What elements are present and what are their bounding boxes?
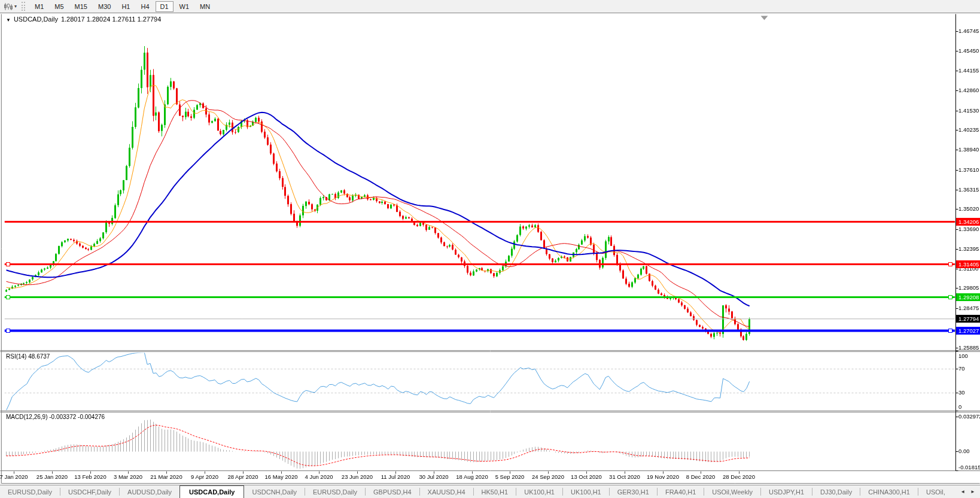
- rsi-axis-tick: 30: [958, 389, 965, 396]
- date-axis-label: 25 Jan 2020: [36, 473, 68, 480]
- mt4-window: { "icons": { "dropdown_caret": "▾", "sym…: [0, 0, 980, 498]
- date-axis-label: 28 Dec 2020: [723, 473, 755, 480]
- date-axis-label: 21 Mar 2020: [150, 473, 182, 480]
- timeframe-button-mn[interactable]: MN: [195, 1, 215, 12]
- price-axis-tick: 1.37610: [958, 166, 979, 173]
- date-axis-label: 23 Jun 2020: [342, 473, 373, 480]
- price-axis-tick: 1.38940: [958, 146, 979, 153]
- price-axis-tick: 1.45450: [958, 47, 979, 54]
- price-axis-tick: 1.33690: [958, 226, 979, 232]
- current-price-label: 1.27794: [956, 315, 980, 323]
- tab-usdchf-daily[interactable]: USDCHF,Daily: [60, 485, 119, 498]
- tab-xauusd-h4[interactable]: XAUUSD,H4: [420, 485, 473, 498]
- chart-tabbar: EURUSD,DailyUSDCHF,DailyAUDUSD,DailyUSDC…: [0, 485, 980, 498]
- macd-axis-tick: -0.018157: [958, 464, 980, 470]
- price-axis-tick: 1.28475: [958, 305, 979, 311]
- price-axis-tick: 1.35020: [958, 205, 979, 212]
- price-axis[interactable]: 1.467451.454501.441551.428601.415301.402…: [955, 0, 980, 485]
- timeframe-button-m15[interactable]: M15: [70, 1, 92, 12]
- date-axis-label: 19 Nov 2020: [647, 473, 679, 480]
- toolbar: ▾ M1M5M15M30H1H4D1W1MN: [0, 0, 980, 13]
- tab-eurusd-daily[interactable]: EURUSD,Daily: [305, 485, 365, 498]
- symbol-period-label: USDCAD,Daily: [14, 16, 58, 23]
- tab-china300-h1[interactable]: CHINA300,H1: [860, 485, 918, 498]
- date-axis-label: 24 Sep 2020: [532, 473, 564, 480]
- price-axis-tick: 1.44155: [958, 67, 979, 74]
- tab-usdcnh-daily[interactable]: USDCNH,Daily: [244, 485, 305, 498]
- macd-indicator-label: MACD(12,26,9) -0.003372 -0.004276: [6, 414, 105, 420]
- date-axis-label: 9 Apr 2020: [191, 473, 218, 480]
- timeframe-button-w1[interactable]: W1: [175, 1, 194, 12]
- tab-usoil[interactable]: USOil,: [918, 485, 953, 498]
- tab-fra40-h1[interactable]: FRA40,H1: [658, 485, 704, 498]
- macd-axis-tick: 0.00: [958, 448, 970, 454]
- rsi-axis-tick: 70: [958, 365, 965, 372]
- tab-scroll-right-icon[interactable]: ►: [970, 489, 975, 494]
- tab-dj30-daily[interactable]: DJ30,Daily: [812, 485, 860, 498]
- ohlc-values: 1.28017 1.28024 1.27611 1.27794: [61, 16, 161, 23]
- price-axis-tick: 1.36315: [958, 186, 979, 193]
- date-axis-label: 5 Sep 2020: [495, 473, 525, 480]
- dropdown-caret-icon: ▾: [14, 4, 17, 9]
- date-axis-label: 3 Mar 2020: [114, 473, 142, 480]
- chart-tabs: EURUSD,DailyUSDCHF,DailyAUDUSD,DailyUSDC…: [0, 485, 953, 498]
- timeframe-buttons: M1M5M15M30H1H4D1W1MN: [29, 1, 215, 12]
- timeframe-button-m30[interactable]: M30: [93, 1, 115, 12]
- tab-audusd-daily[interactable]: AUDUSD,Daily: [120, 485, 179, 498]
- date-axis-label: 11 Jul 2020: [381, 473, 410, 480]
- date-axis-label: 13 Oct 2020: [571, 473, 602, 480]
- timeframe-button-m1[interactable]: M1: [30, 1, 48, 12]
- symbol-caret-icon: ▼: [6, 17, 11, 23]
- date-axis-label: 7 Jan 2020: [0, 473, 28, 480]
- toolbar-grip[interactable]: [22, 2, 25, 11]
- date-axis-label: 16 May 2020: [265, 473, 298, 480]
- chart-type-button[interactable]: ▾: [2, 2, 19, 11]
- price-axis-tick: 1.46745: [958, 28, 979, 34]
- price-level-label: 1.27027: [956, 327, 980, 335]
- tab-uk100-h1[interactable]: UK100,H1: [563, 485, 609, 498]
- timeframe-button-m5[interactable]: M5: [50, 1, 68, 12]
- tab-hk50-h1[interactable]: HK50,H1: [474, 485, 516, 498]
- tab-gbpusd-h4[interactable]: GBPUSD,H4: [366, 485, 419, 498]
- price-level-label: 1.29208: [956, 293, 980, 301]
- price-chart-canvas[interactable]: [0, 0, 980, 485]
- tab-ger30-h1[interactable]: GER30,H1: [610, 485, 657, 498]
- macd-axis-tick: 0.032972: [958, 413, 980, 420]
- tab-uk100-h1[interactable]: UK100,H1: [516, 485, 562, 498]
- tab-usdjpy-h1[interactable]: USDJPY,H1: [761, 485, 812, 498]
- price-axis-tick: 1.41530: [958, 107, 979, 114]
- date-axis-label: 13 Feb 2020: [74, 473, 106, 480]
- price-axis-tick: 1.42860: [958, 87, 979, 93]
- rsi-axis-tick: 100: [958, 353, 968, 359]
- date-axis-label: 18 Aug 2020: [456, 473, 488, 480]
- tab-scroll-buttons: ◄ ►: [955, 489, 980, 494]
- time-axis[interactable]: 7 Jan 202025 Jan 202013 Feb 20203 Mar 20…: [0, 471, 955, 484]
- tab-eurusd-daily[interactable]: EURUSD,Daily: [0, 485, 60, 498]
- ohlc-info-line: ▼ USDCAD,Daily 1.28017 1.28024 1.27611 1…: [6, 16, 161, 23]
- price-level-label: 1.31405: [956, 260, 980, 268]
- tab-usdcad-daily[interactable]: USDCAD,Daily: [179, 485, 244, 498]
- date-axis-label: 31 Oct 2020: [609, 473, 640, 480]
- date-axis-label: 4 Jun 2020: [305, 473, 333, 480]
- candlestick-chart-icon: [4, 2, 13, 11]
- tab-usoil-weekly[interactable]: USOil,Weekly: [704, 485, 760, 498]
- timeframe-button-h1[interactable]: H1: [117, 1, 135, 12]
- rsi-axis-tick: 0: [958, 403, 961, 410]
- tab-scroll-left-icon[interactable]: ◄: [960, 489, 965, 494]
- price-axis-tick: 1.29805: [958, 284, 979, 291]
- date-axis-label: 8 Dec 2020: [686, 473, 716, 480]
- timeframe-button-h4[interactable]: H4: [136, 1, 154, 12]
- date-axis-label: 28 Apr 2020: [227, 473, 258, 480]
- date-axis-label: 30 Jul 2020: [419, 473, 448, 480]
- price-axis-tick: 1.40235: [958, 126, 979, 133]
- price-axis-tick: 1.32395: [958, 245, 979, 252]
- timeframe-button-d1[interactable]: D1: [156, 1, 174, 12]
- price-axis-tick: 1.25885: [958, 344, 979, 351]
- price-level-label: 1.34206: [956, 218, 980, 226]
- rsi-indicator-label: RSI(14) 48.6737: [6, 353, 50, 360]
